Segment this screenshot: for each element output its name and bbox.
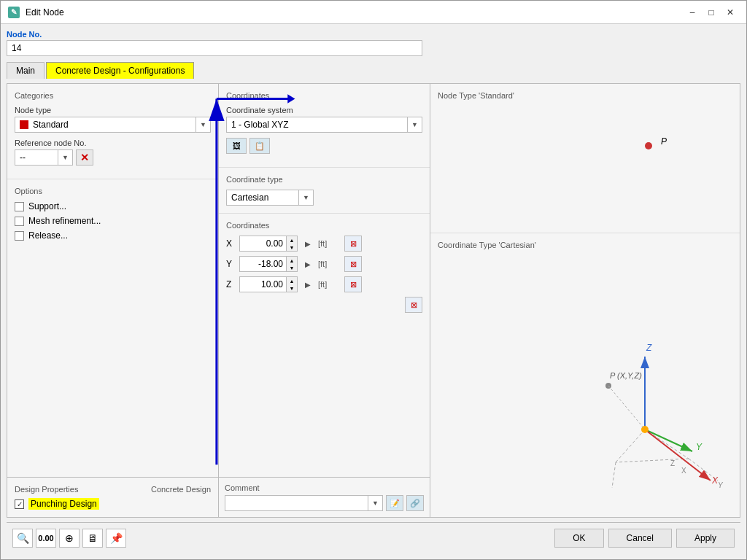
node-type-preview-title: Node Type 'Standard'	[438, 91, 732, 100]
coord-type-label: Coordinate type	[226, 175, 422, 184]
comment-input[interactable]: ▼	[225, 495, 383, 511]
svg-line-6	[616, 459, 689, 462]
coords-values-title: Coordinates	[226, 221, 422, 230]
svg-text:Z: Z	[670, 459, 675, 467]
comment-icon-btn[interactable]: 📝	[386, 495, 403, 511]
y-value: -18.00	[240, 257, 286, 271]
coord-type-arrow[interactable]: ▼	[298, 190, 313, 205]
toolbar-view-btn[interactable]: 🖥	[82, 529, 103, 548]
ref-node-arrow[interactable]: ▼	[58, 150, 72, 165]
comment-value	[225, 502, 368, 505]
y-input[interactable]: -18.00 ▲ ▼	[239, 256, 298, 272]
coord-system-dropdown[interactable]: 1 - Global XYZ ▼	[226, 117, 422, 133]
red-square-icon	[20, 120, 28, 129]
x-down[interactable]: ▼	[287, 244, 297, 251]
svg-text:Y: Y	[696, 442, 703, 452]
cancel-button[interactable]: Cancel	[608, 529, 672, 548]
z-up[interactable]: ▲	[287, 277, 297, 284]
main-content: Categories Node type Standard ▼	[7, 83, 740, 518]
coord-system-form-row: Coordinate system 1 - Global XYZ ▼ 🖼 📋	[226, 106, 422, 154]
support-checkbox[interactable]	[15, 202, 24, 211]
maximize-button[interactable]: □	[703, 5, 720, 20]
extra-pick-btn[interactable]: ⊠	[405, 297, 422, 313]
node-type-preview: Node Type 'Standard' P	[430, 84, 740, 233]
x-up[interactable]: ▲	[287, 236, 297, 244]
punching-design-label: Punching Design	[28, 498, 99, 510]
coord-section-title: Coordinates	[226, 91, 422, 100]
toolbar-zero-btn[interactable]: 0.00	[36, 529, 56, 548]
toolbar-pin-btn[interactable]: 📌	[106, 529, 126, 548]
mesh-refinement-checkbox[interactable]	[15, 217, 24, 226]
bottom-toolbar: 🔍 0.00 ⊕ 🖥 📌 OK Cancel Apply	[7, 522, 740, 553]
release-label: Release...	[28, 230, 68, 241]
svg-line-24	[608, 386, 645, 429]
ref-node-label: Reference node No.	[15, 139, 211, 147]
concrete-design-link: Concrete Design	[151, 485, 211, 494]
z-unit: [ft]	[318, 280, 340, 289]
apply-button[interactable]: Apply	[676, 529, 735, 548]
svg-text:Y: Y	[718, 481, 724, 489]
x-pick-btn[interactable]: ⊠	[344, 236, 362, 252]
tab-concrete-design[interactable]: Concrete Design - Configurations	[46, 62, 194, 79]
title-bar: ✎ Edit Node – □ ✕	[1, 1, 746, 24]
node-no-label: Node No.	[7, 30, 740, 39]
toolbar-icons: 🔍 0.00 ⊕ 🖥 📌	[12, 529, 126, 548]
y-spinners: ▲ ▼	[286, 257, 297, 271]
y-up[interactable]: ▲	[287, 257, 297, 264]
node-no-input[interactable]	[7, 40, 422, 56]
coord-system-section: Coordinates Coordinate system 1 - Global…	[219, 84, 430, 168]
y-label: Y	[226, 259, 235, 269]
right-panel: Node Type 'Standard' P Coordinate Type '…	[430, 84, 740, 517]
comment-row: ▼ 📝 🔗	[225, 495, 424, 511]
z-pick-btn[interactable]: ⊠	[344, 276, 362, 292]
x-input[interactable]: 0.00 ▲ ▼	[239, 236, 298, 252]
coord-type-section: Coordinate type Cartesian ▼	[219, 168, 430, 214]
y-row: Y -18.00 ▲ ▼ ▶ [ft] ⊠	[226, 256, 422, 272]
y-pick-btn[interactable]: ⊠	[344, 256, 362, 272]
x-arrow[interactable]: ▶	[302, 236, 314, 252]
coord-btn-2[interactable]: 📋	[249, 138, 270, 154]
design-props-header: Design Properties Concrete Design	[15, 485, 211, 494]
ref-node-clear-button[interactable]: ✕	[76, 149, 93, 166]
ref-node-dropdown[interactable]: -- ▼	[15, 149, 73, 166]
z-value: 10.00	[240, 278, 286, 291]
app-icon: ✎	[8, 7, 20, 18]
z-arrow[interactable]: ▶	[302, 276, 314, 292]
minimize-button[interactable]: –	[684, 5, 701, 20]
design-props-title: Design Properties	[15, 485, 78, 494]
comment-extra-btn[interactable]: 🔗	[406, 495, 424, 511]
cartesian-preview-title: Coordinate Type 'Cartesian'	[438, 241, 732, 249]
middle-panel: Coordinates Coordinate system 1 - Global…	[219, 84, 430, 517]
coord-type-dropdown[interactable]: Cartesian ▼	[226, 190, 314, 206]
z-row: Z 10.00 ▲ ▼ ▶ [ft] ⊠	[226, 276, 422, 292]
options-title: Options	[15, 187, 211, 195]
node-type-dropdown[interactable]: Standard ▼	[15, 117, 211, 133]
design-properties-section: Design Properties Concrete Design ✓ Punc…	[7, 477, 218, 517]
z-input[interactable]: 10.00 ▲ ▼	[239, 276, 298, 292]
y-arrow[interactable]: ▶	[302, 256, 314, 272]
node-dot	[645, 142, 652, 149]
svg-text:Z: Z	[646, 343, 652, 353]
node-type-arrow[interactable]: ▼	[196, 117, 210, 132]
z-down[interactable]: ▼	[287, 284, 297, 292]
comment-arrow[interactable]: ▼	[368, 496, 382, 510]
punching-row: ✓ Punching Design	[15, 498, 211, 510]
y-down[interactable]: ▼	[287, 264, 297, 271]
coord-btn-1[interactable]: 🖼	[226, 138, 247, 154]
close-button[interactable]: ✕	[721, 5, 739, 20]
toolbar-search-btn[interactable]: 🔍	[12, 529, 33, 548]
toolbar-axis-btn[interactable]: ⊕	[59, 529, 80, 548]
tab-main[interactable]: Main	[7, 62, 44, 79]
comment-label: Comment	[225, 483, 424, 492]
window-title: Edit Node	[26, 7, 678, 18]
punching-design-checkbox[interactable]: ✓	[15, 499, 24, 509]
comment-section: Comment ▼ 📝 🔗	[219, 477, 430, 517]
svg-line-11	[645, 429, 711, 481]
coord-system-arrow[interactable]: ▼	[407, 117, 422, 132]
z-spinners: ▲ ▼	[286, 277, 297, 292]
node-no-section: Node No.	[7, 30, 740, 56]
release-checkbox[interactable]	[15, 231, 24, 241]
ok-button[interactable]: OK	[554, 529, 603, 548]
categories-section: Categories Node type Standard ▼	[7, 84, 218, 179]
ref-node-row: Reference node No. -- ▼ ✕	[15, 139, 211, 166]
